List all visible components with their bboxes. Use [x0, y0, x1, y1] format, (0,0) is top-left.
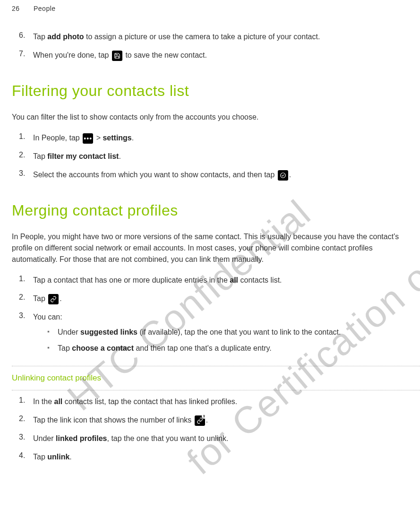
- section-name: People: [34, 5, 56, 12]
- unlinking-steps: 1. In the all contacts list, tap the con…: [19, 396, 408, 463]
- merge-step-1: 1. Tap a contact that has one or more du…: [19, 275, 408, 286]
- merge-sublist: ▪ Under suggested links (if available), …: [47, 327, 341, 359]
- merging-heading: Merging contact profiles: [12, 202, 408, 219]
- unlink-step-2: 2. Tap the link icon that shows the numb…: [19, 415, 408, 426]
- unlinking-heading: Unlinking contact profiles: [12, 373, 408, 383]
- step-7: 7. When you're done, tap to save the new…: [19, 50, 408, 61]
- check-icon: [278, 170, 288, 181]
- merge-sub-1: ▪ Under suggested links (if available), …: [47, 327, 341, 338]
- page-header: 26 People: [12, 5, 408, 12]
- link-count-icon: 3: [195, 415, 205, 426]
- page-number: 26: [12, 5, 20, 12]
- filter-step-3: 3. Select the accounts from which you wa…: [19, 169, 408, 181]
- continuation-steps: 6. Tap add photo to assign a picture or …: [19, 31, 408, 61]
- save-icon: [112, 51, 122, 61]
- merge-step-2: 2. Tap .: [19, 293, 408, 304]
- merging-steps: 1. Tap a contact that has one or more du…: [19, 275, 408, 359]
- merge-step-3: 3. You can: ▪ Under suggested links (if …: [19, 311, 408, 359]
- unlink-step-3: 3. Under linked profiles, tap the one th…: [19, 433, 408, 444]
- unlink-step-1: 1. In the all contacts list, tap the con…: [19, 396, 408, 407]
- unlink-step-4: 4. Tap unlink.: [19, 451, 408, 463]
- filter-step-1: 1. In People, tap ••• > settings.: [19, 132, 408, 144]
- filtering-lead: You can filter the list to show contacts…: [12, 112, 408, 123]
- unlinking-heading-wrap: Unlinking contact profiles: [12, 366, 408, 390]
- filtering-steps: 1. In People, tap ••• > settings. 2. Tap…: [19, 132, 408, 181]
- step-6: 6. Tap add photo to assign a picture or …: [19, 31, 408, 43]
- filter-step-2: 2. Tap filter my contact list.: [19, 151, 408, 162]
- svg-point-0: [281, 173, 286, 178]
- merge-sub-2: ▪ Tap choose a contact and then tap one …: [47, 343, 341, 354]
- link-icon: [48, 294, 59, 304]
- filtering-heading: Filtering your contacts list: [12, 82, 408, 100]
- merging-lead: In People, you might have two or more ve…: [12, 231, 408, 265]
- more-icon: •••: [83, 133, 93, 144]
